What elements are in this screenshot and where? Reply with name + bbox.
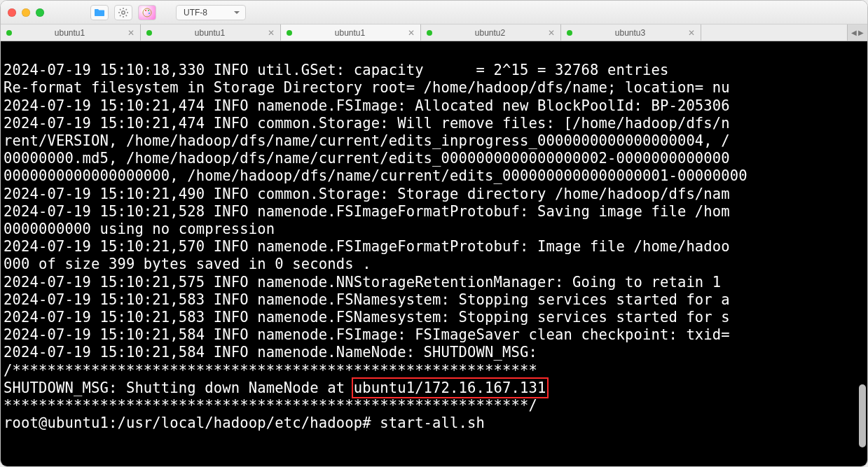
app-window: UTF-8 ubuntu1✕ubuntu1✕ubuntu1✕ubuntu2✕ub…: [0, 0, 868, 467]
tab-scroll-buttons[interactable]: ◀ ▶: [848, 25, 867, 41]
close-tab-icon[interactable]: ✕: [548, 28, 555, 38]
palette-icon[interactable]: [138, 5, 156, 20]
terminal-line: 2024-07-19 15:10:18,330 INFO util.GSet: …: [4, 62, 864, 79]
status-dot-icon: [146, 30, 152, 36]
svg-point-0: [122, 11, 125, 13]
close-tab-icon[interactable]: ✕: [688, 28, 695, 38]
folder-icon[interactable]: [90, 5, 109, 20]
terminal-line: 2024-07-19 15:10:21,584 INFO namenode.Na…: [4, 344, 864, 361]
terminal-line: 2024-07-19 15:10:21,570 INFO namenode.FS…: [4, 238, 864, 256]
tab-label: ubuntu1: [18, 28, 122, 38]
terminal-line: 00000000.md5, /home/hadoop/dfs/name/curr…: [4, 150, 864, 167]
terminal-line: /***************************************…: [4, 362, 864, 379]
tab-ubuntu1-0[interactable]: ubuntu1✕: [1, 25, 141, 41]
close-tab-icon[interactable]: ✕: [408, 28, 415, 38]
terminal-line: 2024-07-19 15:10:21,583 INFO namenode.FS…: [4, 309, 864, 326]
status-dot-icon: [567, 30, 572, 36]
status-dot-icon: [6, 30, 12, 36]
terminal-line: 2024-07-19 15:10:21,583 INFO namenode.FS…: [4, 291, 864, 309]
close-window-button[interactable]: [8, 8, 16, 17]
terminal-line: 0000000000000000000, /home/hadoop/dfs/na…: [4, 167, 864, 185]
status-dot-icon: [287, 30, 292, 36]
close-tab-icon[interactable]: ✕: [128, 28, 135, 38]
terminal-line: 2024-07-19 15:10:21,474 INFO namenode.FS…: [4, 97, 864, 115]
window-controls: [8, 8, 44, 17]
tab-label: ubuntu2: [438, 28, 542, 38]
terminal-line: 0000000000 using no compression: [4, 221, 864, 238]
tab-ubuntu3-4[interactable]: ubuntu3✕: [561, 25, 701, 41]
terminal-scrollbar[interactable]: [859, 384, 866, 447]
encoding-label: UTF-8: [184, 8, 207, 18]
terminal-line: 2024-07-19 15:10:21,575 INFO namenode.NN…: [4, 274, 864, 291]
namenode-address-highlight: ubuntu1/172.16.167.131: [354, 379, 546, 396]
gear-icon[interactable]: [114, 5, 132, 20]
tab-ubuntu1-1[interactable]: ubuntu1✕: [141, 25, 281, 41]
terminal-line: 000 of size 399 bytes saved in 0 seconds…: [4, 256, 864, 273]
svg-point-3: [148, 10, 149, 11]
tab-label: ubuntu1: [298, 28, 402, 38]
svg-point-4: [149, 13, 150, 14]
terminal-line: 2024-07-19 15:10:21,528 INFO namenode.FS…: [4, 203, 864, 221]
close-tab-icon[interactable]: ✕: [268, 28, 275, 38]
shell-prompt: root@ubuntu1:/usr/local/hadoop/etc/hadoo…: [4, 414, 485, 431]
shutdown-msg-prefix: SHUTDOWN_MSG: Shutting down NameNode at: [4, 379, 354, 396]
encoding-dropdown[interactable]: UTF-8: [176, 5, 246, 20]
tab-ubuntu2-3[interactable]: ubuntu2✕: [421, 25, 561, 41]
tabbar-empty: [701, 25, 848, 41]
terminal-line: 2024-07-19 15:10:21,584 INFO namenode.FS…: [4, 326, 864, 344]
terminal-output[interactable]: 2024-07-19 15:10:18,330 INFO util.GSet: …: [1, 41, 867, 466]
terminal-line: ****************************************…: [4, 397, 537, 414]
title-bar: UTF-8: [1, 1, 867, 25]
terminal-line: 2024-07-19 15:10:21,474 INFO common.Stor…: [4, 115, 864, 132]
terminal-line: Re-format filesystem in Storage Director…: [4, 79, 864, 97]
status-dot-icon: [427, 30, 432, 36]
tab-label: ubuntu3: [578, 28, 682, 38]
tab-bar: ubuntu1✕ubuntu1✕ubuntu1✕ubuntu2✕ubuntu3✕…: [1, 25, 867, 41]
terminal-line: 2024-07-19 15:10:21,490 INFO common.Stor…: [4, 186, 864, 203]
tab-ubuntu1-2[interactable]: ubuntu1✕: [281, 25, 421, 41]
terminal-line: rent/VERSION, /home/hadoop/dfs/name/curr…: [4, 132, 864, 150]
svg-point-1: [143, 8, 151, 17]
minimize-window-button[interactable]: [22, 8, 30, 17]
tab-label: ubuntu1: [158, 28, 262, 38]
zoom-window-button[interactable]: [36, 8, 44, 17]
svg-point-2: [145, 10, 146, 11]
